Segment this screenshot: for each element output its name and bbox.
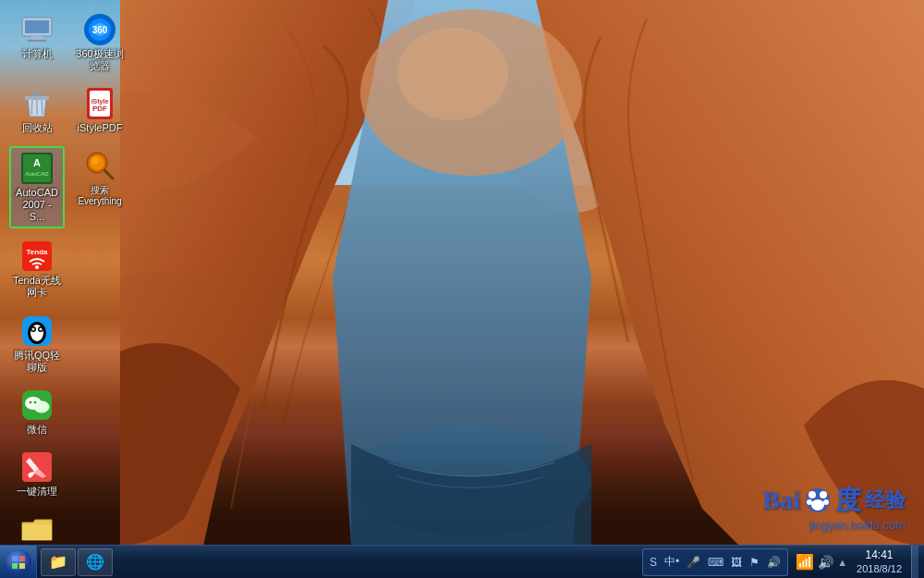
taskbar-quick-launch: 📁 🌐: [37, 548, 637, 576]
taskbar-explorer-icon: 📁: [49, 553, 67, 571]
autocad-label: AutoCAD 2007 - S...: [15, 187, 59, 224]
baidu-paw-icon: [804, 486, 832, 514]
ime-keyboard[interactable]: ⌨: [705, 556, 726, 569]
svg-rect-54: [12, 556, 18, 561]
taskbar-browser-icon: 🌐: [86, 553, 104, 571]
icon-row-3: Tenda Tenda无线网卡: [9, 236, 128, 302]
ime-flag[interactable]: ⚑: [747, 556, 762, 569]
svg-point-40: [32, 327, 35, 330]
svg-rect-15: [25, 96, 49, 100]
start-button[interactable]: [0, 546, 37, 579]
icon-row-2: A AutoCAD AutoCAD 2007 - S... 搜索Everythi…: [9, 146, 128, 229]
baidu-jingyan: 经验: [865, 486, 906, 514]
icon-autocad[interactable]: A AutoCAD AutoCAD 2007 - S...: [9, 146, 65, 229]
tray-network-icon[interactable]: 📶: [796, 553, 814, 571]
svg-text:A: A: [33, 157, 41, 168]
ime-image[interactable]: 🖼: [728, 556, 745, 569]
baidu-text: Bai: [763, 486, 800, 515]
icon-wechat[interactable]: 微信: [9, 385, 65, 439]
svg-point-41: [40, 327, 43, 330]
show-desktop-button[interactable]: [911, 546, 918, 579]
360browser-icon-img: 360: [83, 13, 116, 46]
icon-computer[interactable]: 计算机: [9, 9, 65, 76]
qq-label: 腾讯QQ轻聊版: [13, 350, 61, 374]
baidu-watermark: Bai 度 经验 jingyan.baidu.com: [763, 483, 906, 532]
ime-toolbar: S 中• 🎤 ⌨ 🖼 ⚑ 🔊: [642, 548, 788, 576]
taskbar-explorer[interactable]: 📁: [41, 548, 76, 576]
onekey-label: 一键清理: [17, 486, 57, 498]
ime-sound[interactable]: 🔊: [764, 556, 784, 569]
tenda-icon-img: Tenda: [20, 240, 54, 273]
taskbar: 📁 🌐 S 中• 🎤 ⌨ 🖼 ⚑ 🔊 📶 🔊 ▲: [0, 545, 924, 578]
icon-tenda[interactable]: Tenda Tenda无线网卡: [9, 236, 65, 302]
recycle-icon-img: [20, 87, 54, 120]
onekey-icon-img: [20, 450, 54, 484]
svg-text:Tenda: Tenda: [27, 248, 49, 256]
svg-rect-57: [19, 563, 25, 569]
svg-point-30: [91, 157, 99, 165]
svg-line-31: [104, 170, 113, 178]
tray-clock[interactable]: 14:41 2018/8/12: [851, 548, 907, 576]
svg-text:AutoCAD: AutoCAD: [25, 171, 49, 177]
wechat-label: 微信: [27, 424, 47, 436]
tenda-label: Tenda无线网卡: [13, 275, 61, 299]
icon-everything[interactable]: 搜索Everything: [72, 146, 128, 229]
360browser-label: 360极速浏览器: [76, 48, 124, 72]
icon-row-4: 腾讯QQ轻聊版: [9, 311, 128, 377]
desktop-icons: 计算机 360 360极速浏览器: [9, 9, 128, 563]
icon-row-5: 微信: [9, 385, 128, 439]
desktop-folder-icon-img: [20, 512, 54, 546]
svg-rect-8: [25, 20, 49, 33]
tray-sound-icon[interactable]: 🔊: [818, 555, 833, 570]
tray-expand[interactable]: ▲: [837, 557, 847, 568]
recycle-label: 回收站: [22, 122, 53, 134]
icon-recycle[interactable]: 回收站: [9, 83, 65, 138]
tray-time: 14:41: [866, 548, 894, 563]
icon-row-6: 一键清理: [9, 447, 128, 501]
taskbar-browser[interactable]: 🌐: [78, 548, 113, 576]
ime-s[interactable]: S: [647, 556, 660, 569]
svg-text:PDF: PDF: [92, 105, 107, 113]
icon-onekey[interactable]: 一键清理: [9, 447, 65, 501]
everything-icon-img: [83, 150, 116, 183]
svg-point-53: [811, 499, 824, 510]
desktop: 计算机 360 360极速浏览器: [0, 0, 924, 578]
svg-point-34: [35, 265, 39, 269]
svg-point-46: [34, 400, 37, 403]
system-tray: S 中• 🎤 ⌨ 🖼 ⚑ 🔊 📶 🔊 ▲ 14:41 2018/8/12: [637, 546, 924, 579]
icon-qq[interactable]: 腾讯QQ轻聊版: [9, 311, 65, 377]
computer-label: 计算机: [22, 48, 53, 60]
start-orb-icon: [6, 549, 31, 575]
svg-text:360: 360: [92, 25, 108, 35]
autocad-icon-img: A AutoCAD: [20, 152, 54, 185]
icon-row-0: 计算机 360 360极速浏览器: [9, 9, 128, 76]
svg-rect-55: [19, 556, 25, 561]
wechat-icon-img: [20, 388, 54, 422]
svg-rect-56: [12, 563, 18, 569]
istylepdf-label: iStylePDF: [78, 122, 123, 134]
svg-point-45: [30, 400, 32, 403]
svg-rect-16: [31, 92, 43, 96]
computer-icon-img: [20, 13, 54, 46]
baidu-text2: 度: [835, 483, 861, 518]
icon-istylepdf[interactable]: iStyle PDF iStylePDF: [72, 83, 128, 138]
baidu-url: jingyan.baidu.com: [808, 518, 906, 532]
svg-rect-10: [28, 40, 46, 42]
istylepdf-icon-img: iStyle PDF: [83, 87, 116, 120]
icon-row-1: 回收站 iStyle PDF iStylePDF: [9, 83, 128, 138]
tray-date: 2018/8/12: [857, 562, 902, 575]
svg-point-6: [397, 28, 508, 120]
svg-point-50: [820, 491, 827, 498]
svg-point-44: [34, 401, 49, 412]
icon-360browser[interactable]: 360 360极速浏览器: [72, 9, 128, 76]
svg-point-49: [808, 491, 816, 498]
qq-icon-img: [20, 314, 54, 348]
baidu-logo: Bai 度 经验: [763, 483, 906, 518]
everything-label: 搜索Everything: [78, 185, 121, 207]
ime-mic[interactable]: 🎤: [684, 556, 703, 569]
ime-chinese[interactable]: 中•: [662, 554, 682, 570]
svg-rect-9: [31, 36, 43, 40]
